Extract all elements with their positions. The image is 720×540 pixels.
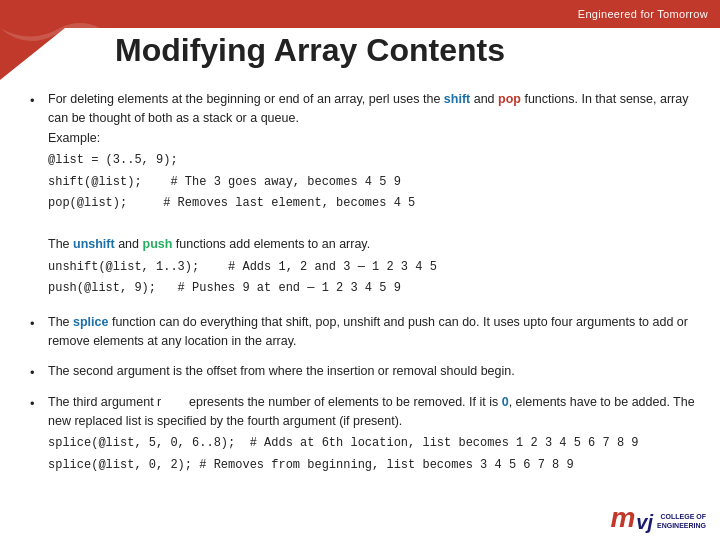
splice-rest-text: function can do everything that shift, p… [48, 315, 688, 348]
unshift-rest-text: functions add elements to an array. [172, 237, 370, 251]
code-line-4: unshift(@list, 1..3); # Adds 1, 2 and 3 … [48, 258, 700, 277]
logo-m-letter: m [610, 504, 635, 532]
push-keyword: push [143, 237, 173, 251]
section-4: • The third argument r epresents the num… [30, 393, 700, 478]
code-line-3: pop(@list); # Removes last element, beco… [48, 194, 700, 213]
section-2-content: The splice function can do everything th… [48, 313, 700, 352]
section3-text: The second argument is the offset from w… [48, 364, 515, 378]
bullet-2: • [30, 313, 48, 352]
section-1: • For deleting elements at the beginning… [30, 90, 700, 301]
section4-text-pre: The third argument r epresents the numbe… [48, 395, 502, 409]
code-line-5: push(@list, 9); # Pushes 9 at end — 1 2 … [48, 279, 700, 298]
and-text-2: and [115, 237, 143, 251]
section-2: • The splice function can do everything … [30, 313, 700, 352]
section-4-content: The third argument r epresents the numbe… [48, 393, 700, 478]
top-bar: Engineered for Tomorrow [0, 0, 720, 28]
and-text: and [470, 92, 498, 106]
logo-subtitle-1: COLLEGE OF [657, 513, 706, 521]
shift-keyword: shift [444, 92, 470, 106]
unshift-keyword: unshift [73, 237, 115, 251]
splice-keyword: splice [73, 315, 108, 329]
code-line-1: @list = (3..5, 9); [48, 151, 700, 170]
logo-mvj: m vj COLLEGE OF ENGINEERING [610, 504, 706, 532]
splice-intro-text: The [48, 315, 73, 329]
main-content: • For deleting elements at the beginning… [30, 90, 700, 490]
section-1-content: For deleting elements at the beginning o… [48, 90, 700, 301]
the-text: The [48, 237, 73, 251]
unshift-push-intro: The unshift and push functions add eleme… [48, 235, 700, 254]
code-line-2: shift(@list); # The 3 goes away, becomes… [48, 173, 700, 192]
bullet-4: • [30, 393, 48, 478]
zero-keyword: 0 [502, 395, 509, 409]
bullet-3: • [30, 362, 48, 383]
pop-keyword: pop [498, 92, 521, 106]
code-line-7: splice(@list, 0, 2); # Removes from begi… [48, 456, 700, 475]
section-3: • The second argument is the offset from… [30, 362, 700, 383]
logo-area: m vj COLLEGE OF ENGINEERING [610, 504, 706, 532]
section1-intro-text: For deleting elements at the beginning o… [48, 92, 444, 106]
left-decoration [0, 0, 100, 80]
logo-vj-letters: vj [636, 512, 653, 532]
example-label: Example: [48, 131, 100, 145]
bullet-1: • [30, 90, 48, 301]
page-title: Modifying Array Contents [115, 32, 505, 69]
logo-subtitle-2: ENGINEERING [657, 522, 706, 530]
brand-title: Engineered for Tomorrow [578, 8, 708, 20]
section-3-content: The second argument is the offset from w… [48, 362, 700, 383]
code-line-6: splice(@list, 5, 0, 6..8); # Adds at 6th… [48, 434, 700, 453]
